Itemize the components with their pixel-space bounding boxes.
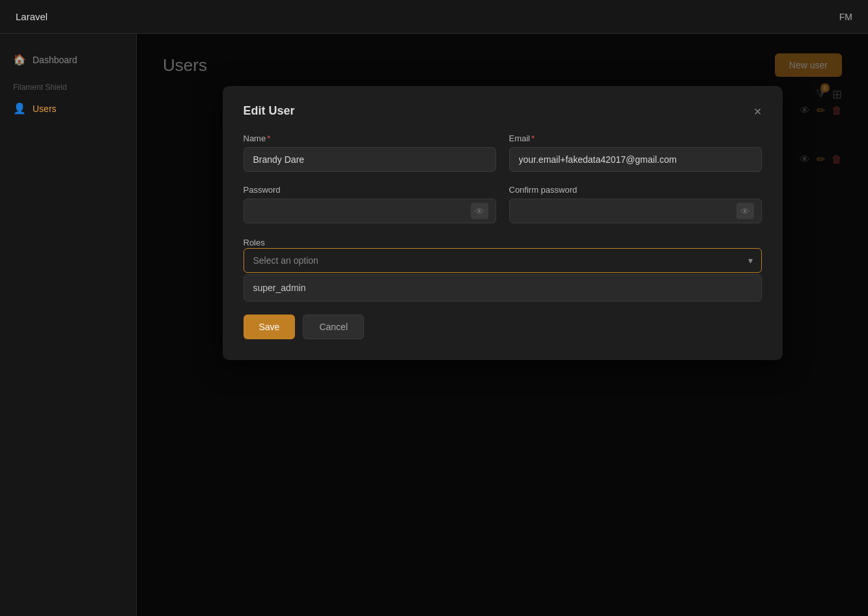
confirm-password-toggle-icon[interactable]: 👁 bbox=[736, 203, 754, 219]
navbar: Laravel FM bbox=[0, 0, 868, 34]
edit-user-modal: Edit User × Name* Email* bbox=[223, 86, 783, 360]
name-input[interactable] bbox=[244, 147, 496, 172]
app-brand: Laravel bbox=[16, 11, 48, 22]
home-icon: 🏠 bbox=[13, 53, 26, 66]
email-input[interactable] bbox=[509, 147, 762, 172]
roles-select[interactable]: Select an option super_admin bbox=[244, 248, 762, 273]
roles-select-container: Select an option super_admin ▾ bbox=[244, 248, 762, 273]
sidebar-item-label: Dashboard bbox=[33, 55, 77, 65]
cancel-button[interactable]: Cancel bbox=[303, 315, 364, 339]
sidebar: 🏠 Dashboard Filament Shield 👤 Users bbox=[0, 34, 137, 616]
email-label: Email* bbox=[509, 133, 762, 143]
user-initials: FM bbox=[839, 12, 852, 22]
save-button[interactable]: Save bbox=[244, 315, 296, 339]
password-row: Password 👁 Confirm password 👁 bbox=[244, 185, 762, 223]
user-icon: 👤 bbox=[13, 102, 26, 115]
modal-title: Edit User bbox=[244, 104, 295, 118]
sidebar-item-label: Users bbox=[33, 104, 57, 114]
password-field-group: Password 👁 bbox=[244, 185, 496, 223]
name-required-star: * bbox=[267, 133, 270, 143]
confirm-password-field-group: Confirm password 👁 bbox=[509, 185, 762, 223]
password-toggle-icon[interactable]: 👁 bbox=[471, 203, 488, 219]
roles-option-super-admin-item[interactable]: super_admin bbox=[244, 275, 761, 301]
modal-overlay: Edit User × Name* Email* bbox=[137, 34, 868, 616]
modal-footer: Save Cancel bbox=[244, 315, 762, 339]
name-label: Name* bbox=[244, 133, 496, 143]
password-label: Password bbox=[244, 185, 496, 195]
modal-header: Edit User × bbox=[244, 104, 762, 118]
name-email-row: Name* Email* bbox=[244, 133, 762, 172]
email-field-group: Email* bbox=[509, 133, 762, 172]
confirm-password-input-wrapper: 👁 bbox=[509, 199, 762, 223]
confirm-password-label: Confirm password bbox=[509, 185, 762, 195]
password-input-wrapper: 👁 bbox=[244, 199, 496, 223]
sidebar-item-users[interactable]: 👤 Users bbox=[0, 96, 136, 121]
name-field-group: Name* bbox=[244, 133, 496, 172]
roles-field-group: Roles Select an option super_admin ▾ sup… bbox=[244, 236, 762, 301]
roles-dropdown-options: super_admin bbox=[244, 274, 762, 301]
modal-close-button[interactable]: × bbox=[754, 105, 762, 118]
sidebar-section-filament-shield: Filament Shield bbox=[0, 72, 136, 96]
roles-label: Roles bbox=[244, 238, 265, 247]
layout: 🏠 Dashboard Filament Shield 👤 Users User… bbox=[0, 34, 868, 616]
confirm-password-input[interactable] bbox=[509, 199, 762, 223]
password-input[interactable] bbox=[244, 199, 496, 223]
sidebar-item-dashboard[interactable]: 🏠 Dashboard bbox=[0, 47, 136, 72]
email-required-star: * bbox=[531, 133, 535, 143]
main-content: Users New user ⧩ 0 ⊞ 👁 ✏ 🗑 👁 ✏ 🗑 bbox=[137, 34, 868, 616]
